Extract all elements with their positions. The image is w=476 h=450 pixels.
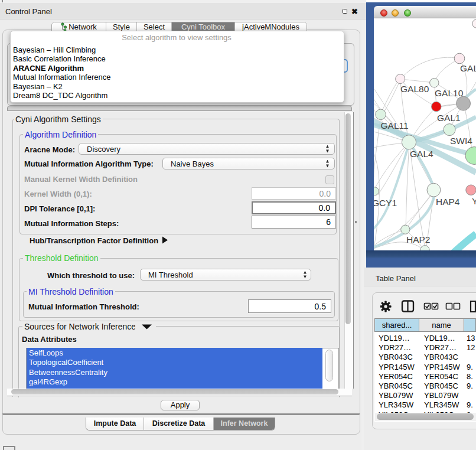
svg-text:GAL11: GAL11 [381, 120, 409, 131]
svg-text:YD: YD [472, 196, 476, 206]
svg-text:HAP2: HAP2 [406, 234, 431, 244]
svg-text:GCY1: GCY1 [374, 198, 397, 208]
svg-text:GAL1: GAL1 [437, 113, 461, 123]
svg-text:HAP4: HAP4 [436, 197, 460, 207]
svg-text:SWI4: SWI4 [450, 136, 472, 146]
svg-text:GAL10: GAL10 [435, 88, 464, 98]
svg-text:GAL80: GAL80 [400, 84, 429, 94]
svg-text:GAL4: GAL4 [410, 149, 433, 159]
svg-text:GAL2: GAL2 [460, 63, 476, 73]
